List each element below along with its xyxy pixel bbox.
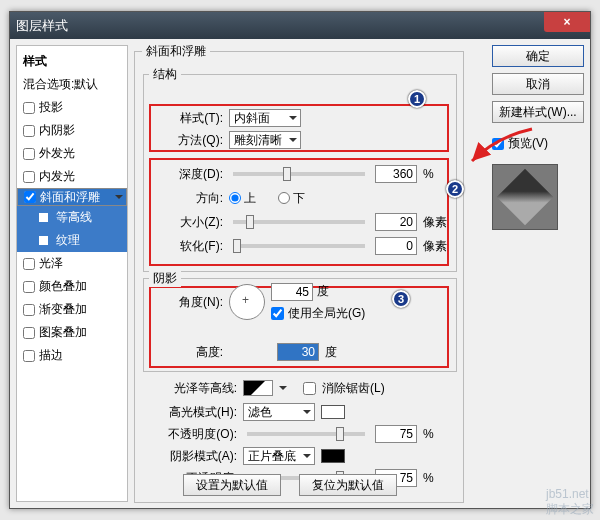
soften-slider[interactable] (233, 244, 365, 248)
new-style-button[interactable]: 新建样式(W)... (492, 101, 584, 123)
angle-label: 角度(N): (159, 294, 223, 311)
soften-label: 软化(F): (159, 238, 223, 255)
checkbox[interactable] (23, 350, 35, 362)
hlmode-select[interactable]: 滤色 (243, 403, 315, 421)
chevron-down-icon[interactable] (279, 386, 287, 394)
anti-alias-label: 消除锯齿(L) (322, 380, 385, 397)
sidebar-item-innershadow[interactable]: 内阴影 (17, 119, 127, 142)
method-select[interactable]: 雕刻清晰 (229, 131, 301, 149)
size-slider[interactable] (233, 220, 365, 224)
style-sidebar: 样式 混合选项:默认 投影 内阴影 外发光 内发光 斜面和浮雕 等高线 纹理 光… (16, 45, 128, 502)
button-column: 确定 取消 新建样式(W)... 预览(V) (492, 45, 584, 502)
method-label: 方法(Q): (159, 132, 223, 149)
close-icon[interactable]: × (544, 12, 590, 32)
checkbox[interactable] (23, 304, 35, 316)
main-panel: 斜面和浮雕 结构 阴影 样式(T): 内斜面 方法(Q): 雕刻清晰 (134, 45, 480, 502)
square-icon (39, 236, 48, 245)
annotation-badge-1: 1 (408, 90, 426, 108)
depth-slider[interactable] (233, 172, 365, 176)
sidebar-item-texture[interactable]: 纹理 (17, 229, 127, 252)
struct-title: 结构 (149, 66, 181, 83)
set-default-button[interactable]: 设置为默认值 (183, 474, 281, 496)
footer-buttons: 设置为默认值 复位为默认值 (183, 474, 397, 496)
angle-input[interactable]: 45 (271, 283, 313, 301)
size-input[interactable]: 20 (375, 213, 417, 231)
square-icon (39, 213, 48, 222)
dir-down-radio[interactable]: 下 (278, 190, 305, 207)
checkbox[interactable] (23, 281, 35, 293)
style-label: 样式(T): (159, 110, 223, 127)
bevel-panel: 结构 阴影 样式(T): 内斜面 方法(Q): 雕刻清晰 深度 (134, 51, 464, 503)
window-title: 图层样式 (16, 17, 68, 35)
hlop-input[interactable]: 75 (375, 425, 417, 443)
checkbox[interactable] (24, 191, 36, 203)
global-light-label: 使用全局光(G) (288, 305, 365, 322)
sidebar-item-patternoverlay[interactable]: 图案叠加 (17, 321, 127, 344)
sidebar-item-stroke[interactable]: 描边 (17, 344, 127, 367)
alt-input[interactable]: 30 (277, 343, 319, 361)
sidebar-heading: 样式 (17, 50, 127, 73)
watermark: jb51.net 脚本之家 (546, 487, 594, 518)
reset-default-button[interactable]: 复位为默认值 (299, 474, 397, 496)
hl-color-swatch[interactable] (321, 405, 345, 419)
sidebar-item-outerglow[interactable]: 外发光 (17, 142, 127, 165)
preview-swatch (492, 164, 558, 230)
dir-label: 方向: (159, 190, 223, 207)
sidebar-item-innerglow[interactable]: 内发光 (17, 165, 127, 188)
sidebar-blend-defaults[interactable]: 混合选项:默认 (17, 73, 127, 96)
shadow-title: 阴影 (149, 270, 181, 287)
sidebar-item-gradientoverlay[interactable]: 渐变叠加 (17, 298, 127, 321)
style-select[interactable]: 内斜面 (229, 109, 301, 127)
angle-dial[interactable] (229, 284, 265, 320)
sidebar-item-bevel[interactable]: 斜面和浮雕 (17, 188, 127, 206)
annotation-badge-2: 2 (446, 180, 464, 198)
sidebar-item-contour[interactable]: 等高线 (17, 206, 127, 229)
hlop-label: 不透明度(O): (159, 426, 237, 443)
sidebar-item-dropshadow[interactable]: 投影 (17, 96, 127, 119)
checkbox[interactable] (23, 258, 35, 270)
checkbox[interactable] (23, 125, 35, 137)
dir-up-radio[interactable]: 上 (229, 190, 256, 207)
sidebar-item-satin[interactable]: 光泽 (17, 252, 127, 275)
cancel-button[interactable]: 取消 (492, 73, 584, 95)
section-title: 斜面和浮雕 (142, 43, 210, 60)
depth-input[interactable]: 360 (375, 165, 417, 183)
soften-input[interactable]: 0 (375, 237, 417, 255)
shmode-label: 阴影模式(A): (159, 448, 237, 465)
depth-unit: % (423, 167, 449, 181)
ok-button[interactable]: 确定 (492, 45, 584, 67)
size-label: 大小(Z): (159, 214, 223, 231)
titlebar: 图层样式 × (10, 12, 590, 39)
depth-label: 深度(D): (159, 166, 223, 183)
sh-color-swatch[interactable] (321, 449, 345, 463)
sidebar-item-coloroverlay[interactable]: 颜色叠加 (17, 275, 127, 298)
checkbox[interactable] (23, 171, 35, 183)
checkbox[interactable] (23, 102, 35, 114)
shmode-select[interactable]: 正片叠底 (243, 447, 315, 465)
checkbox[interactable] (23, 327, 35, 339)
annotation-arrow (466, 127, 536, 167)
global-light-checkbox[interactable] (271, 307, 284, 320)
hlmode-label: 高光模式(H): (159, 404, 237, 421)
hlop-slider[interactable] (247, 432, 365, 436)
contour-label: 光泽等高线: (159, 380, 237, 397)
soften-unit: 像素 (423, 238, 449, 255)
alt-label: 高度: (159, 344, 223, 361)
alt-unit: 度 (325, 344, 351, 361)
size-unit: 像素 (423, 214, 449, 231)
checkbox[interactable] (23, 148, 35, 160)
angle-unit: 度 (317, 283, 343, 300)
anti-alias-checkbox[interactable] (303, 382, 316, 395)
annotation-badge-3: 3 (392, 290, 410, 308)
contour-swatch[interactable] (243, 380, 273, 396)
layer-style-dialog: 图层样式 × 样式 混合选项:默认 投影 内阴影 外发光 内发光 斜面和浮雕 等… (9, 11, 591, 509)
